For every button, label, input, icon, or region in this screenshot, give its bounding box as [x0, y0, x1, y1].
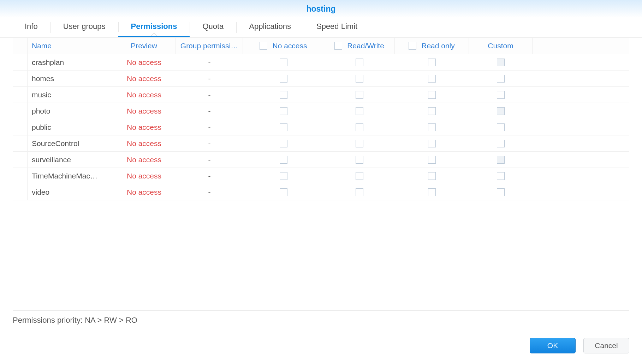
grid-header-spacer [13, 38, 28, 54]
read-write-checkbox[interactable] [356, 59, 363, 66]
read-write-checkbox[interactable] [356, 188, 363, 196]
read-write-checkbox[interactable] [356, 91, 363, 99]
custom-checkbox[interactable] [497, 107, 505, 115]
row-spacer [13, 54, 28, 70]
group-permission-value: - [176, 119, 243, 135]
row-spacer [13, 119, 28, 135]
table-row[interactable]: crashplanNo access- [13, 54, 629, 71]
row-trailing [533, 184, 629, 200]
table-row[interactable]: SourceControlNo access- [13, 135, 629, 152]
table-row[interactable]: surveillanceNo access- [13, 152, 629, 168]
dialog-footer: OK Cancel [0, 330, 642, 364]
tab-label: Permissions [131, 22, 177, 31]
grid-header-row: Name Preview Group permissi… No access R… [13, 37, 629, 54]
column-header-read-only-label: Read only [421, 42, 455, 50]
column-header-no-access-label: No access [272, 42, 307, 50]
no-access-checkbox[interactable] [280, 123, 287, 131]
column-header-no-access[interactable]: No access [243, 38, 324, 54]
read-only-cell [395, 184, 469, 200]
table-row[interactable]: photoNo access- [13, 103, 629, 119]
no-access-checkbox[interactable] [280, 75, 287, 83]
table-row[interactable]: publicNo access- [13, 119, 629, 135]
read-only-cell [395, 103, 469, 119]
folder-name: TimeMachineMac… [28, 168, 112, 184]
custom-checkbox[interactable] [497, 123, 505, 131]
custom-checkbox[interactable] [497, 91, 505, 99]
read-write-cell [324, 168, 395, 184]
tab-user-groups[interactable]: User groups [50, 18, 118, 37]
read-write-checkbox[interactable] [356, 172, 363, 180]
custom-checkbox[interactable] [497, 59, 505, 66]
custom-checkbox[interactable] [497, 140, 505, 147]
no-access-checkbox[interactable] [280, 172, 287, 180]
read-write-cell [324, 71, 395, 86]
select-all-read-only-checkbox[interactable] [409, 42, 416, 50]
read-only-checkbox[interactable] [428, 188, 436, 196]
no-access-cell [243, 119, 324, 135]
group-permission-value: - [176, 87, 243, 103]
read-only-checkbox[interactable] [428, 140, 436, 147]
no-access-checkbox[interactable] [280, 156, 287, 164]
table-row[interactable]: homesNo access- [13, 71, 629, 87]
read-write-checkbox[interactable] [356, 140, 363, 147]
custom-cell [469, 87, 533, 103]
custom-checkbox[interactable] [497, 75, 505, 83]
table-row[interactable]: TimeMachineMac…No access- [13, 168, 629, 184]
row-spacer [13, 103, 28, 119]
select-all-read-write-checkbox[interactable] [334, 42, 342, 50]
cancel-button[interactable]: Cancel [583, 338, 629, 353]
column-header-read-write-label: Read/Write [347, 42, 384, 50]
custom-checkbox[interactable] [497, 172, 505, 180]
preview-value: No access [112, 184, 176, 200]
row-trailing [533, 71, 629, 86]
ok-button[interactable]: OK [530, 338, 576, 353]
custom-checkbox[interactable] [497, 156, 505, 164]
read-only-checkbox[interactable] [428, 75, 436, 83]
read-only-checkbox[interactable] [428, 107, 436, 115]
read-write-cell [324, 54, 395, 70]
tab-speed-limit[interactable]: Speed Limit [304, 18, 370, 37]
read-only-checkbox[interactable] [428, 156, 436, 164]
no-access-checkbox[interactable] [280, 140, 287, 147]
row-spacer [13, 135, 28, 151]
read-write-checkbox[interactable] [356, 75, 363, 83]
tab-quota[interactable]: Quota [190, 18, 236, 37]
read-only-cell [395, 152, 469, 168]
custom-checkbox[interactable] [497, 188, 505, 196]
read-only-checkbox[interactable] [428, 172, 436, 180]
permissions-panel: Name Preview Group permissi… No access R… [0, 37, 642, 330]
folder-name: homes [28, 71, 112, 86]
column-header-name[interactable]: Name [28, 38, 112, 54]
column-header-preview[interactable]: Preview [112, 38, 176, 54]
column-header-read-only[interactable]: Read only [395, 38, 469, 54]
read-write-cell [324, 152, 395, 168]
custom-cell [469, 168, 533, 184]
tab-permissions[interactable]: Permissions [118, 18, 190, 37]
no-access-checkbox[interactable] [280, 107, 287, 115]
folder-name: video [28, 184, 112, 200]
tab-applications[interactable]: Applications [236, 18, 304, 37]
no-access-checkbox[interactable] [280, 59, 287, 66]
no-access-checkbox[interactable] [280, 188, 287, 196]
read-write-checkbox[interactable] [356, 156, 363, 164]
row-trailing [533, 119, 629, 135]
read-only-checkbox[interactable] [428, 123, 436, 131]
table-row[interactable]: musicNo access- [13, 87, 629, 103]
read-only-checkbox[interactable] [428, 59, 436, 66]
tab-info[interactable]: Info [12, 18, 50, 37]
row-spacer [13, 152, 28, 168]
read-only-cell [395, 168, 469, 184]
read-only-cell [395, 119, 469, 135]
read-only-checkbox[interactable] [428, 91, 436, 99]
no-access-cell [243, 135, 324, 151]
preview-value: No access [112, 103, 176, 119]
read-write-checkbox[interactable] [356, 107, 363, 115]
select-all-no-access-checkbox[interactable] [260, 42, 267, 50]
read-write-checkbox[interactable] [356, 123, 363, 131]
read-write-cell [324, 87, 395, 103]
table-row[interactable]: videoNo access- [13, 184, 629, 200]
column-header-group-permissions[interactable]: Group permissi… [176, 38, 243, 54]
no-access-checkbox[interactable] [280, 91, 287, 99]
column-header-read-write[interactable]: Read/Write [324, 38, 395, 54]
column-header-custom[interactable]: Custom [469, 38, 533, 54]
